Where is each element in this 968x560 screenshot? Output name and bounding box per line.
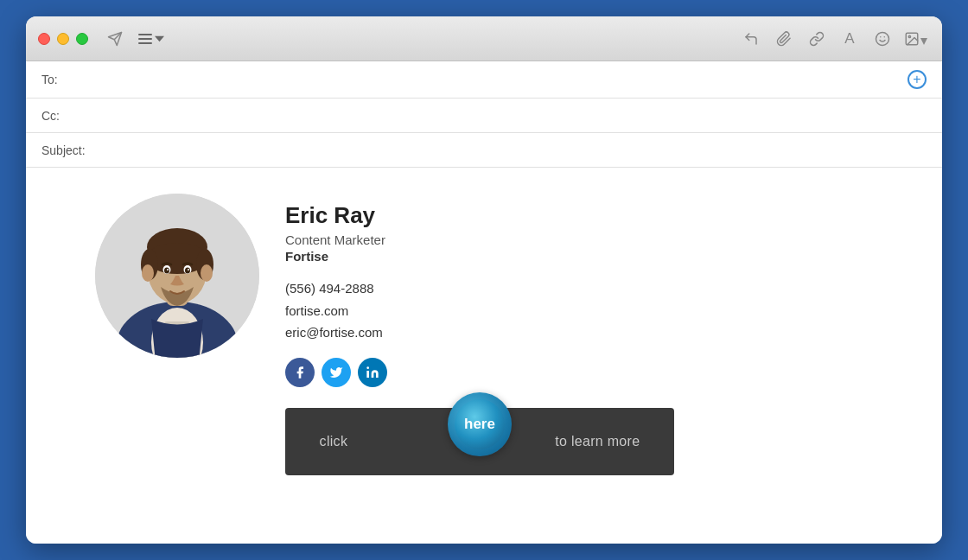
cta-here-text: here	[464, 416, 495, 433]
traffic-lights	[38, 33, 88, 45]
send-icon[interactable]	[102, 27, 128, 51]
cc-input[interactable]	[102, 109, 927, 123]
avatar	[95, 194, 259, 358]
cta-bubble: here	[448, 392, 512, 456]
to-field: To: +	[26, 61, 942, 99]
image-button[interactable]	[901, 24, 930, 54]
email-body: To: + Cc: Subject:	[26, 61, 942, 544]
email-window: A	[26, 16, 942, 544]
svg-rect-25	[366, 371, 369, 378]
svg-point-2	[876, 32, 889, 45]
subject-field: Subject:	[26, 133, 942, 168]
toolbar-right: A	[736, 24, 930, 54]
maximize-button[interactable]	[76, 33, 88, 45]
linkedin-button[interactable]	[358, 358, 387, 387]
svg-point-24	[188, 269, 189, 270]
signature-area: Eric Ray Content Marketer Fortise (556) …	[26, 168, 942, 510]
signature-contact: (556) 494-2888 fortise.com eric@fortise.…	[285, 277, 674, 344]
add-recipient-button[interactable]: +	[908, 70, 927, 89]
signature-phone: (556) 494-2888	[285, 277, 674, 300]
signature-content: Eric Ray Content Marketer Fortise (556) …	[95, 194, 908, 475]
cta-banner[interactable]: here click to learn more	[285, 408, 674, 475]
svg-point-6	[908, 35, 910, 37]
svg-point-26	[366, 366, 369, 369]
svg-point-22	[185, 268, 190, 274]
signature-website: fortise.com	[285, 300, 674, 322]
signature-name: Eric Ray	[285, 202, 674, 229]
emoji-button[interactable]	[868, 24, 897, 54]
subject-input[interactable]	[102, 143, 927, 157]
link-button[interactable]	[802, 24, 831, 54]
cta-text-left: click	[320, 434, 348, 449]
list-menu-icon[interactable]	[138, 27, 164, 51]
svg-point-17	[142, 264, 154, 282]
subject-label: Subject:	[41, 143, 102, 157]
font-button[interactable]: A	[835, 24, 864, 54]
svg-point-23	[167, 269, 169, 270]
signature-company: Fortise	[285, 249, 674, 264]
svg-point-21	[164, 268, 169, 274]
to-input[interactable]	[102, 73, 908, 86]
close-button[interactable]	[38, 33, 50, 45]
signature-title: Content Marketer	[285, 232, 674, 247]
signature-info: Eric Ray Content Marketer Fortise (556) …	[285, 194, 674, 475]
cta-text-right: to learn more	[555, 434, 640, 449]
signature-email: eric@fortise.com	[285, 321, 674, 344]
cc-label: Cc:	[41, 109, 102, 123]
svg-point-18	[201, 264, 213, 282]
twitter-button[interactable]	[322, 358, 351, 387]
titlebar: A	[26, 16, 942, 61]
titlebar-actions	[102, 27, 164, 51]
cc-field: Cc:	[26, 99, 942, 133]
minimize-button[interactable]	[57, 33, 69, 45]
facebook-button[interactable]	[285, 358, 315, 387]
attach-button[interactable]	[769, 24, 799, 54]
undo-button[interactable]	[736, 24, 766, 54]
social-links	[285, 358, 674, 387]
to-label: To:	[41, 73, 102, 86]
cta-bubble-inner: here	[455, 399, 505, 449]
